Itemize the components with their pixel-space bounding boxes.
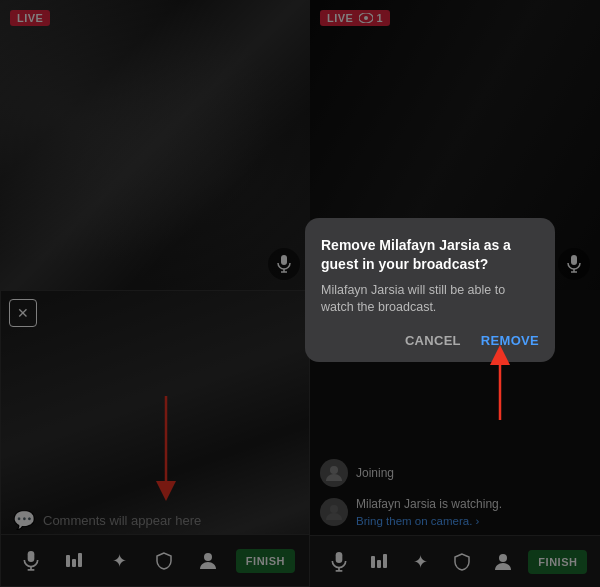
dialog-overlay: Remove Milafayn Jarsia as a guest in you…	[0, 0, 600, 587]
remove-guest-dialog: Remove Milafayn Jarsia as a guest in you…	[305, 218, 555, 362]
dialog-subtitle: Milafayn Jarsia will still be able to wa…	[321, 282, 539, 317]
dialog-title: Remove Milafayn Jarsia as a guest in you…	[321, 236, 539, 274]
dialog-actions: CANCEL REMOVE	[321, 333, 539, 348]
cancel-button[interactable]: CANCEL	[405, 333, 461, 348]
remove-button[interactable]: REMOVE	[481, 333, 539, 348]
